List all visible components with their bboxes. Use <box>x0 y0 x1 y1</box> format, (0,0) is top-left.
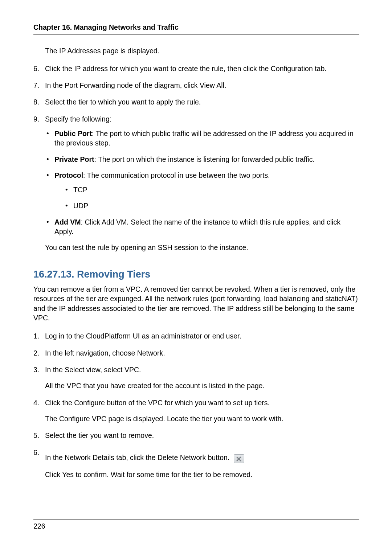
bullet-text: : The port on which the instance is list… <box>94 155 314 163</box>
bullet-text: : The communication protocol in use betw… <box>83 171 270 179</box>
spec-bullets: Public Port: The port to which public tr… <box>45 129 359 237</box>
rt-step-6: 6. In the Network Details tab, click the… <box>33 448 359 480</box>
bullet-text: : The port to which public traffic will … <box>54 130 354 147</box>
step-text: In the Port Forwarding node of the diagr… <box>45 81 359 90</box>
step-text: Select the tier to which you want to app… <box>45 97 359 107</box>
step-number: 6. <box>33 64 45 73</box>
step-number: 8. <box>33 97 45 107</box>
continuation-line: The IP Addresses page is displayed. <box>45 46 359 56</box>
rt-step-2: 2. In the left navigation, choose Networ… <box>33 348 359 358</box>
step-body: Specify the following: Public Port: The … <box>45 114 359 253</box>
step-number: 5. <box>33 431 45 440</box>
step-number: 9. <box>33 114 45 124</box>
section-intro: You can remove a tier from a VPC. A remo… <box>33 284 359 323</box>
removing-tiers-step-list: 1. Log in to the CloudPlatform UI as an … <box>33 331 359 479</box>
step-text: In the Select view, select VPC. <box>45 365 359 374</box>
step-text: In the left navigation, choose Network. <box>45 348 359 358</box>
sub-bullet-udp: UDP <box>64 201 359 210</box>
step-number: 3. <box>33 365 45 374</box>
step-9: 9. Specify the following: Public Port: T… <box>33 114 359 253</box>
step-number: 6. <box>33 448 45 457</box>
step-body: In the Network Details tab, click the De… <box>45 453 359 480</box>
bullet-protocol: Protocol: The communication protocol in … <box>45 171 359 211</box>
step-text: Click the Configure button of the VPC fo… <box>45 398 359 407</box>
step-body: Click the Configure button of the VPC fo… <box>45 398 359 424</box>
bullet-label: Private Port <box>54 155 94 163</box>
rt-step-4: 4. Click the Configure button of the VPC… <box>33 398 359 424</box>
page-footer: 226 <box>33 520 359 531</box>
step-text: Click the IP address for which you want … <box>45 64 359 73</box>
bullet-label: Public Port <box>54 130 92 138</box>
footer-rule <box>33 520 359 520</box>
rt-step-1: 1. Log in to the CloudPlatform UI as an … <box>33 331 359 341</box>
rt-step-3: 3. In the Select view, select VPC. All t… <box>33 365 359 391</box>
step-number: 1. <box>33 331 45 341</box>
step-text: In the Network Details tab, click the De… <box>45 454 229 461</box>
step-number: 4. <box>33 398 45 407</box>
step-6: 6. Click the IP address for which you wa… <box>33 64 359 73</box>
sub-bullet-tcp: TCP <box>64 185 359 194</box>
step-continuation: All the VPC that you have created for th… <box>45 381 359 390</box>
rt-step-5: 5. Select the tier you want to remove. <box>33 431 359 440</box>
step-text: Select the tier you want to remove. <box>45 431 359 440</box>
step-continuation: The Configure VPC page is displayed. Loc… <box>45 414 359 423</box>
bullet-add-vm: Add VM: Click Add VM. Select the name of… <box>45 217 359 237</box>
bullet-label: Add VM <box>54 218 81 226</box>
step-8: 8. Select the tier to which you want to … <box>33 97 359 107</box>
page-number: 226 <box>33 521 359 531</box>
upper-step-list: 6. Click the IP address for which you wa… <box>33 64 359 253</box>
bullet-text: : Click Add VM. Select the name of the i… <box>54 218 340 235</box>
protocol-sublist: TCP UDP <box>54 185 359 211</box>
step-body: In the Select view, select VPC. All the … <box>45 365 359 391</box>
step-number: 7. <box>33 81 45 90</box>
step-7: 7. In the Port Forwarding node of the di… <box>33 81 359 90</box>
delete-network-icon <box>234 454 244 463</box>
step-text: Specify the following: <box>45 115 111 123</box>
step-text-line2: Click Yes to confirm. Wait for some time… <box>45 470 359 479</box>
bullet-private-port: Private Port: The port on which the inst… <box>45 155 359 164</box>
document-page: Chapter 16. Managing Networks and Traffi… <box>0 0 392 554</box>
step-number: 2. <box>33 348 45 358</box>
running-head: Chapter 16. Managing Networks and Traffi… <box>33 22 359 34</box>
bullet-public-port: Public Port: The port to which public tr… <box>45 129 359 148</box>
step-closing-text: You can test the rule by opening an SSH … <box>45 243 359 252</box>
bullet-label: Protocol <box>54 171 83 179</box>
step-text: Log in to the CloudPlatform UI as an adm… <box>45 331 359 341</box>
section-heading-removing-tiers: 16.27.13. Removing Tiers <box>33 268 359 281</box>
step-text-line1: In the Network Details tab, click the De… <box>45 453 359 464</box>
